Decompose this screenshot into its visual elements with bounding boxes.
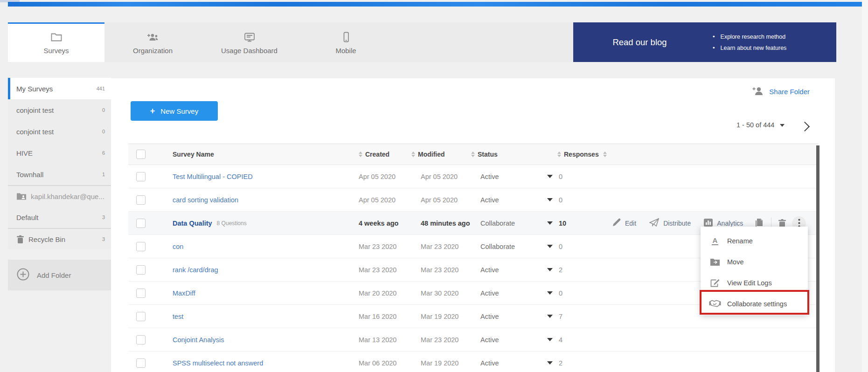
sort-icon[interactable] bbox=[471, 152, 475, 157]
status-label: Active bbox=[480, 359, 499, 367]
survey-name-link[interactable]: MaxDiff bbox=[173, 289, 195, 297]
sort-icon[interactable] bbox=[359, 152, 362, 157]
share-folder-button[interactable]: Share Folder bbox=[752, 86, 810, 97]
row-checkbox[interactable] bbox=[136, 289, 146, 298]
tab-label: Surveys bbox=[43, 47, 69, 55]
survey-name-link[interactable]: Test Multilingual - COPIED bbox=[173, 173, 253, 180]
table-scrollbar-thumb[interactable] bbox=[816, 145, 819, 372]
modified-cell: Mar 19 2020 bbox=[411, 359, 471, 367]
responses-cell: 0 bbox=[557, 173, 612, 180]
status-dropdown-caret[interactable] bbox=[547, 361, 553, 365]
status-label: Active bbox=[480, 173, 499, 180]
page-scrollbar-track[interactable] bbox=[862, 0, 868, 372]
sidebar-folder-item[interactable]: Recycle Bin 3 bbox=[8, 228, 111, 249]
survey-name-link[interactable]: card sorting validation bbox=[173, 196, 238, 204]
folder-label: HIVE bbox=[16, 149, 102, 157]
sort-icon[interactable] bbox=[411, 152, 415, 157]
sort-icon[interactable] bbox=[603, 152, 607, 157]
next-page-chevron[interactable] bbox=[800, 122, 810, 131]
folder-label: conjoint test bbox=[16, 128, 102, 136]
row-checkbox[interactable] bbox=[136, 335, 146, 344]
row-checkbox[interactable] bbox=[136, 265, 146, 275]
person-add-icon bbox=[752, 86, 764, 97]
menu-item-move[interactable]: Move bbox=[701, 251, 808, 272]
row-checkbox[interactable] bbox=[136, 242, 146, 251]
status-dropdown-caret[interactable] bbox=[547, 291, 553, 295]
distribute-button[interactable]: Distribute bbox=[649, 218, 691, 228]
status-label: Collaborate bbox=[480, 243, 515, 250]
created-cell: Mar 20 2020 bbox=[349, 289, 411, 297]
table-row: card sorting validation Apr 05 2020 Apr … bbox=[128, 188, 819, 212]
row-checkbox[interactable] bbox=[136, 312, 146, 321]
blog-promo-banner[interactable]: Read our blog Explore research method Le… bbox=[573, 22, 836, 62]
blog-promo-title[interactable]: Read our blog bbox=[573, 37, 706, 48]
sidebar-folder-item[interactable]: kapil.khandekar@que... bbox=[8, 185, 111, 207]
table-row: Conjoint Analysis Mar 13 2020 Mar 23 202… bbox=[128, 328, 819, 351]
survey-name-link[interactable]: con bbox=[173, 243, 183, 250]
folder-label: Default bbox=[16, 214, 102, 221]
created-cell: Apr 05 2020 bbox=[349, 173, 411, 180]
responses-cell: 0 bbox=[557, 196, 612, 204]
sidebar-folder-item[interactable]: conjoint test 0 bbox=[8, 121, 111, 142]
sort-icon[interactable] bbox=[557, 152, 561, 157]
status-label: Active bbox=[480, 196, 499, 204]
new-survey-button[interactable]: + New Survey bbox=[131, 101, 218, 121]
tab-surveys[interactable]: Surveys bbox=[8, 22, 104, 62]
folder-count: 0 bbox=[102, 107, 105, 113]
edit-button[interactable]: Edit bbox=[612, 218, 636, 228]
folder-label: Townhall bbox=[16, 171, 102, 179]
status-dropdown-caret[interactable] bbox=[547, 338, 553, 341]
folder-label: Recycle Bin bbox=[28, 235, 102, 243]
responses-cell: 0 bbox=[557, 243, 612, 250]
folder-count: 6 bbox=[102, 150, 105, 156]
row-checkbox[interactable] bbox=[136, 358, 146, 368]
folder-count: 3 bbox=[102, 236, 105, 242]
tab-mobile[interactable]: Mobile bbox=[298, 22, 394, 62]
status-dropdown-caret[interactable] bbox=[547, 268, 553, 271]
folder-icon bbox=[50, 32, 62, 43]
share-folder-label: Share Folder bbox=[769, 88, 810, 96]
survey-name-link[interactable]: Data Quality bbox=[173, 220, 212, 227]
row-checkbox[interactable] bbox=[136, 219, 146, 228]
row-checkbox[interactable] bbox=[136, 172, 146, 181]
responses-cell: 10 bbox=[557, 220, 612, 227]
tab-organization[interactable]: Organization bbox=[104, 22, 201, 62]
status-dropdown-caret[interactable] bbox=[547, 245, 553, 248]
select-all-checkbox[interactable] bbox=[136, 150, 146, 159]
folder-count: 441 bbox=[97, 86, 105, 91]
add-folder-button[interactable]: Add Folder bbox=[8, 260, 111, 290]
responses-cell: 0 bbox=[557, 289, 612, 297]
survey-name-link[interactable]: SPSS multiselect not answerd bbox=[173, 359, 263, 367]
survey-name-link[interactable]: Conjoint Analysis bbox=[173, 336, 224, 344]
folder-count: 0 bbox=[102, 129, 105, 134]
sidebar-folder-item[interactable]: HIVE 6 bbox=[8, 142, 111, 164]
status-dropdown-caret[interactable] bbox=[547, 315, 553, 318]
sidebar-folder-item[interactable]: conjoint test 0 bbox=[8, 99, 111, 121]
status-dropdown-caret[interactable] bbox=[547, 198, 553, 201]
folder-count: 1 bbox=[102, 172, 105, 177]
responses-cell: 2 bbox=[557, 266, 612, 274]
status-dropdown-caret[interactable] bbox=[547, 175, 553, 178]
folder-label: My Surveys bbox=[16, 85, 97, 93]
row-checkbox[interactable] bbox=[136, 195, 146, 205]
sidebar-folder-item[interactable]: Default 3 bbox=[8, 207, 111, 228]
table-header-row: Survey Name Created Modified Status bbox=[128, 144, 819, 165]
created-cell: Mar 06 2020 bbox=[349, 359, 411, 367]
survey-name-link[interactable]: rank /card/drag bbox=[173, 266, 218, 274]
pagination-control[interactable]: 1 - 50 of 444 bbox=[736, 121, 785, 129]
pagination-text: 1 - 50 of 444 bbox=[736, 121, 774, 129]
move-folder-icon bbox=[709, 258, 721, 266]
pagination-caret-icon[interactable] bbox=[780, 124, 785, 127]
table-row: SPSS multiselect not answerd Mar 06 2020… bbox=[128, 351, 819, 372]
survey-name-link[interactable]: test bbox=[173, 313, 183, 320]
responses-cell: 4 bbox=[557, 336, 612, 344]
modified-cell: Mar 23 2020 bbox=[411, 243, 471, 250]
menu-item-rename[interactable]: A Rename bbox=[701, 230, 808, 251]
paper-plane-icon bbox=[649, 218, 659, 228]
status-dropdown-caret[interactable] bbox=[547, 221, 553, 225]
sidebar-folder-item[interactable]: My Surveys 441 bbox=[8, 78, 111, 99]
column-status: Status bbox=[471, 151, 534, 158]
tab-usage-dashboard[interactable]: Usage Dashboard bbox=[201, 22, 298, 62]
main-nav-tabs: Surveys Organization Usage Dashboard bbox=[8, 22, 836, 62]
sidebar-folder-item[interactable]: Townhall 1 bbox=[8, 164, 111, 185]
